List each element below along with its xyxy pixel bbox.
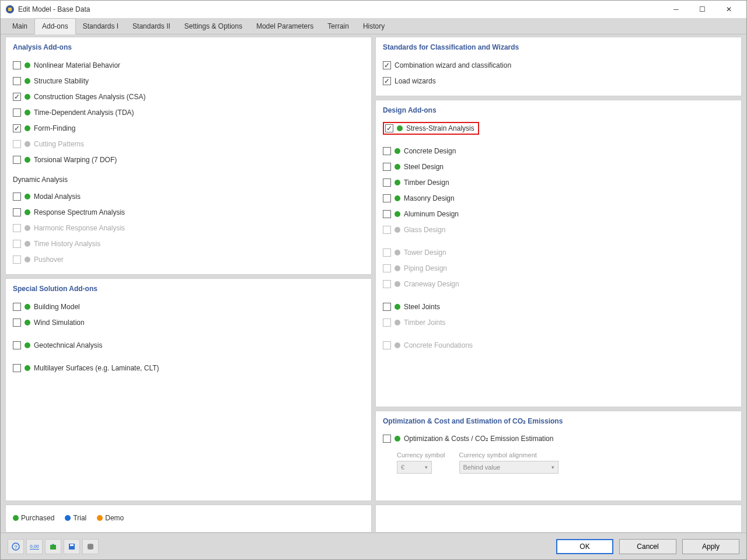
- addon-checkbox[interactable]: [383, 303, 391, 311]
- cancel-button[interactable]: Cancel: [619, 539, 676, 554]
- apply-button[interactable]: Apply: [682, 539, 739, 554]
- status-dot-icon: [395, 281, 400, 287]
- status-dot-icon: [395, 227, 400, 233]
- addon-checkbox[interactable]: [13, 303, 21, 311]
- currency-align-select[interactable]: Behind value▾: [459, 461, 558, 474]
- chevron-down-icon: ▾: [551, 464, 554, 470]
- minimize-button[interactable]: ─: [663, 1, 689, 18]
- addon-row: Geotechnical Analysis: [13, 337, 364, 353]
- addon-checkbox[interactable]: [13, 364, 21, 372]
- legend-label: Trial: [73, 514, 86, 522]
- legend-label: Demo: [105, 514, 124, 522]
- field-label: Currency symbol: [397, 452, 445, 459]
- addon-checkbox[interactable]: [383, 61, 391, 69]
- status-dot-icon: [395, 342, 400, 348]
- tab-main[interactable]: Main: [5, 19, 34, 34]
- status-dot-icon: [25, 62, 30, 68]
- status-dot-icon: [25, 157, 30, 163]
- addon-row-highlighted: Stress-Strain Analysis: [383, 120, 734, 136]
- ok-button[interactable]: OK: [556, 539, 613, 554]
- tab-model-parameters[interactable]: Model Parameters: [249, 19, 320, 34]
- panel-legend: Purchased Trial Demo: [5, 505, 372, 533]
- status-dot-icon: [25, 194, 30, 200]
- content-area: Analysis Add-ons Nonlinear Material Beha…: [1, 34, 746, 533]
- addon-checkbox[interactable]: [383, 77, 391, 85]
- currency-symbol-select[interactable]: €▾: [397, 461, 432, 474]
- units-button[interactable]: 0,00: [26, 539, 43, 554]
- status-dot-icon: [97, 515, 103, 521]
- svg-rect-6: [70, 544, 74, 546]
- addon-label: Piping Design: [404, 264, 447, 272]
- addon-label: Steel Design: [404, 163, 444, 171]
- panel-title: Optimization & Cost and Estimation of CO…: [383, 417, 734, 425]
- tab-standards-i[interactable]: Standards I: [76, 19, 125, 34]
- addon-row: Harmonic Response Analysis: [13, 220, 364, 236]
- addon-checkbox[interactable]: [383, 147, 391, 155]
- close-button[interactable]: ✕: [715, 1, 742, 18]
- status-dot-icon: [395, 211, 400, 217]
- addon-row: Glass Design: [383, 222, 734, 237]
- addon-label: Load wizards: [395, 77, 436, 85]
- save-button[interactable]: [64, 539, 80, 554]
- addon-label: Structure Stability: [34, 77, 89, 85]
- svg-rect-4: [50, 545, 56, 550]
- addon-checkbox[interactable]: [13, 208, 21, 216]
- currency-symbol-field: Currency symbol €▾: [397, 452, 445, 474]
- addon-row: Structure Stability: [13, 73, 364, 89]
- addon-row: Craneway Design: [383, 276, 734, 292]
- panel-analysis-addons: Analysis Add-ons Nonlinear Material Beha…: [5, 37, 372, 275]
- export-button[interactable]: [45, 539, 61, 554]
- addon-row: Combination wizard and classification: [383, 57, 734, 73]
- field-label: Currency symbol alignment: [459, 452, 558, 459]
- addon-checkbox[interactable]: [13, 124, 21, 132]
- status-dot-icon: [25, 141, 30, 147]
- maximize-button[interactable]: ☐: [689, 1, 715, 18]
- addon-label: Concrete Foundations: [404, 341, 473, 349]
- status-dot-icon: [395, 250, 400, 256]
- database-button[interactable]: [82, 539, 99, 554]
- legend-label: Purchased: [21, 514, 54, 522]
- addon-checkbox[interactable]: [383, 210, 391, 218]
- currency-align-field: Currency symbol alignment Behind value▾: [459, 452, 558, 474]
- status-dot-icon: [25, 304, 30, 310]
- addon-checkbox[interactable]: [13, 192, 21, 201]
- addon-checkbox[interactable]: [13, 93, 21, 101]
- addon-checkbox[interactable]: [13, 77, 21, 85]
- addon-checkbox[interactable]: [385, 124, 393, 132]
- status-dot-icon: [25, 125, 30, 131]
- addon-row: Steel Joints: [383, 299, 734, 314]
- addon-checkbox[interactable]: [13, 341, 21, 349]
- addon-checkbox: [383, 318, 391, 327]
- tab-history[interactable]: History: [356, 19, 392, 34]
- addon-label: Tower Design: [404, 249, 446, 257]
- addon-label: Steel Joints: [404, 303, 440, 311]
- tab-settings-options[interactable]: Settings & Options: [177, 19, 249, 34]
- addon-checkbox[interactable]: [13, 108, 21, 117]
- addon-row: Cutting Patterns: [13, 136, 364, 152]
- addon-checkbox[interactable]: [13, 156, 21, 164]
- addon-checkbox[interactable]: [383, 435, 391, 443]
- status-dot-icon: [395, 304, 400, 310]
- tab-add-ons[interactable]: Add-ons: [34, 18, 76, 34]
- addon-checkbox: [13, 256, 21, 264]
- addon-checkbox: [383, 264, 391, 272]
- dialog-window: Edit Model - Base Data ─ ☐ ✕ MainAdd-ons…: [0, 0, 747, 560]
- tab-terrain[interactable]: Terrain: [320, 19, 356, 34]
- help-button[interactable]: ?: [8, 539, 24, 554]
- addon-checkbox[interactable]: [383, 163, 391, 171]
- addon-checkbox[interactable]: [383, 178, 391, 187]
- addon-row: Building Model: [13, 299, 364, 314]
- status-dot-icon: [395, 320, 400, 326]
- addon-label: Harmonic Response Analysis: [34, 224, 125, 232]
- tab-standards-ii[interactable]: Standards II: [125, 19, 177, 34]
- addon-checkbox[interactable]: [13, 318, 21, 327]
- status-dot-icon: [25, 342, 30, 348]
- addon-checkbox: [383, 226, 391, 234]
- addon-label: Form-Finding: [34, 124, 75, 132]
- addon-label: Modal Analysis: [34, 192, 81, 201]
- optimization-fields: Currency symbol €▾ Currency symbol align…: [383, 452, 734, 474]
- addon-checkbox[interactable]: [383, 194, 391, 202]
- addon-row: Optimization & Costs / CO₂ Emission Esti…: [383, 431, 734, 447]
- legend: Purchased Trial Demo: [13, 514, 124, 522]
- addon-checkbox[interactable]: [13, 61, 21, 69]
